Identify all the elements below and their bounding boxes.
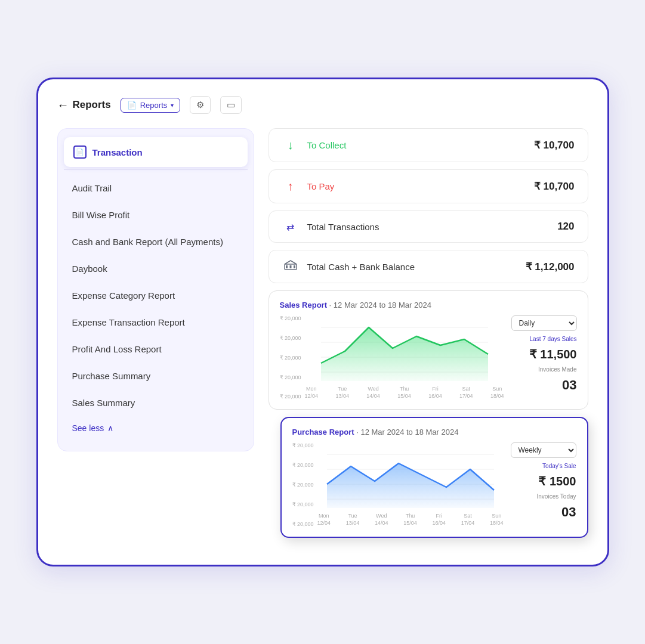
pill-doc-icon: 📄 — [127, 101, 137, 110]
see-less-button[interactable]: See less ∧ — [58, 416, 254, 440]
stat-card-pay: ↑ To Pay ₹ 10,700 — [269, 169, 588, 203]
svg-rect-1 — [286, 265, 288, 268]
purchase-period-select[interactable]: Weekly Daily Monthly — [511, 442, 576, 458]
purchase-chart-card: Purchase Report · 12 Mar 2024 to 18 Mar … — [280, 417, 588, 537]
export-icon: ▭ — [227, 100, 235, 110]
pill-label: Reports — [140, 101, 168, 110]
stat-card-transactions: ⇄ Total Transactions 120 — [269, 210, 588, 243]
main-layout: 📄 Transaction Audit Trail Bill Wise Prof… — [57, 128, 588, 538]
balance-value: ₹ 1,12,000 — [526, 261, 575, 273]
sales-chart-svg — [305, 315, 504, 381]
reports-pill[interactable]: 📄 Reports ▾ — [121, 98, 181, 113]
purchase-chart-svg — [317, 442, 504, 508]
chevron-up-icon: ∧ — [107, 423, 113, 433]
back-button[interactable]: ← Reports — [57, 98, 111, 112]
cash-bank-label: Cash and Bank Report (All Payments) — [72, 237, 223, 247]
purchase-chart-body: ₹ 20,000 ₹ 20,000 ₹ 20,000 ₹ 20,000 ₹ 20… — [292, 442, 576, 527]
pay-value: ₹ 10,700 — [534, 180, 575, 193]
collect-arrow-icon: ↓ — [282, 138, 299, 152]
chevron-down-icon: ▾ — [171, 102, 174, 109]
purchase-y-labels: ₹ 20,000 ₹ 20,000 ₹ 20,000 ₹ 20,000 ₹ 20… — [292, 442, 315, 527]
sales-chart-header: Sales Report · 12 Mar 2024 to 18 Mar 202… — [280, 301, 577, 309]
purchase-x-labels: Mon12/04 Tue13/04 Wed14/04 Thu15/04 Fri1… — [317, 513, 504, 527]
sales-chart-title: Sales Report · 12 Mar 2024 to 18 Mar 202… — [280, 301, 431, 309]
purchase-chart-stats: Weekly Daily Monthly Today's Sale ₹ 1500… — [511, 442, 576, 527]
sales-chart-body: ₹ 20,000 ₹ 20,000 ₹ 20,000 ₹ 20,000 ₹ 20… — [280, 315, 577, 400]
audit-trail-label: Audit Trail — [72, 183, 112, 193]
sales-last7-label: Last 7 days Sales — [511, 336, 577, 342]
stat-card-collect: ↓ To Collect ₹ 10,700 — [269, 128, 588, 162]
collect-label: To Collect — [307, 140, 526, 150]
header: ← Reports 📄 Reports ▾ ⚙ ▭ — [57, 96, 588, 114]
bank-icon — [282, 260, 299, 273]
menu-item-daybook[interactable]: Daybook — [58, 255, 254, 282]
pay-arrow-icon: ↑ — [282, 179, 299, 193]
gear-icon: ⚙ — [196, 100, 204, 110]
sales-chart-card: Sales Report · 12 Mar 2024 to 18 Mar 202… — [269, 290, 588, 410]
sales-invoices-label: Invoices Made — [511, 366, 577, 373]
sales-chart-area: ₹ 20,000 ₹ 20,000 ₹ 20,000 ₹ 20,000 ₹ 20… — [280, 315, 504, 400]
balance-label: Total Cash + Bank Balance — [307, 262, 517, 272]
sales-period-select[interactable]: Daily Weekly Monthly — [511, 315, 577, 331]
daybook-label: Daybook — [72, 264, 107, 274]
menu-divider — [64, 169, 248, 170]
purchase-svg-container: Mon12/04 Tue13/04 Wed14/04 Thu15/04 Fri1… — [317, 442, 504, 527]
purchase-chart-title: Purchase Report · 12 Mar 2024 to 18 Mar … — [292, 428, 459, 436]
expense-category-label: Expense Category Report — [72, 290, 175, 301]
see-less-label: See less — [72, 423, 104, 433]
sales-svg-container: Mon12/04 Tue13/04 Wed14/04 Thu15/04 Fri1… — [305, 315, 504, 400]
purchase-chart-header: Purchase Report · 12 Mar 2024 to 18 Mar … — [292, 428, 576, 436]
left-panel: 📄 Transaction Audit Trail Bill Wise Prof… — [57, 128, 254, 451]
menu-item-profit-loss[interactable]: Profit And Loss Report — [58, 336, 254, 363]
profit-loss-label: Profit And Loss Report — [72, 344, 162, 354]
transactions-icon: ⇄ — [282, 221, 299, 233]
page-title: Reports — [73, 99, 111, 111]
sales-last7-value: ₹ 11,500 — [511, 347, 577, 361]
settings-button[interactable]: ⚙ — [190, 96, 211, 114]
main-card: ← Reports 📄 Reports ▾ ⚙ ▭ 📄 Transaction … — [36, 78, 609, 566]
menu-item-bill-wise-profit[interactable]: Bill Wise Profit — [58, 202, 254, 228]
purchase-todays-value: ₹ 1500 — [511, 474, 576, 488]
transactions-value: 120 — [557, 221, 574, 233]
svg-rect-3 — [294, 265, 295, 268]
menu-item-sales-summary[interactable]: Sales Summary — [58, 389, 254, 416]
sales-x-labels: Mon12/04 Tue13/04 Wed14/04 Thu15/04 Fri1… — [305, 386, 504, 400]
menu-item-expense-category[interactable]: Expense Category Report — [58, 282, 254, 309]
bill-wise-profit-label: Bill Wise Profit — [72, 210, 130, 220]
transaction-doc-icon: 📄 — [73, 145, 87, 159]
stat-card-balance: Total Cash + Bank Balance ₹ 1,12,000 — [269, 250, 588, 283]
purchase-invoices-label: Invoices Today — [511, 493, 576, 500]
expense-transaction-label: Expense Transaction Report — [72, 317, 185, 327]
sales-chart-stats: Daily Weekly Monthly Last 7 days Sales ₹… — [511, 315, 577, 400]
purchase-invoices-value: 03 — [511, 504, 576, 520]
transaction-label: Transaction — [92, 147, 143, 157]
sales-invoices-value: 03 — [511, 377, 577, 393]
menu-item-purchase-summary[interactable]: Purchase Summary — [58, 363, 254, 389]
right-panel: ↓ To Collect ₹ 10,700 ↑ To Pay ₹ 10,700 … — [269, 128, 588, 538]
charts-container: Sales Report · 12 Mar 2024 to 18 Mar 202… — [269, 290, 588, 538]
menu-item-expense-transaction[interactable]: Expense Transaction Report — [58, 309, 254, 336]
menu-item-transaction[interactable]: 📄 Transaction — [64, 137, 248, 167]
purchase-chart-area: ₹ 20,000 ₹ 20,000 ₹ 20,000 ₹ 20,000 ₹ 20… — [292, 442, 504, 527]
back-arrow-icon: ← — [57, 98, 69, 112]
transactions-label: Total Transactions — [307, 222, 550, 232]
export-button[interactable]: ▭ — [220, 96, 242, 114]
pay-label: To Pay — [307, 181, 526, 191]
collect-value: ₹ 10,700 — [534, 139, 575, 151]
svg-marker-8 — [321, 327, 488, 381]
menu-item-cash-bank[interactable]: Cash and Bank Report (All Payments) — [58, 228, 254, 255]
menu-item-audit-trail[interactable]: Audit Trail — [58, 175, 254, 202]
purchase-todays-label: Today's Sale — [511, 463, 576, 469]
purchase-summary-label: Purchase Summary — [72, 371, 151, 381]
svg-rect-2 — [289, 265, 291, 268]
sales-y-labels: ₹ 20,000 ₹ 20,000 ₹ 20,000 ₹ 20,000 ₹ 20… — [280, 315, 303, 400]
sales-summary-label: Sales Summary — [72, 398, 135, 408]
